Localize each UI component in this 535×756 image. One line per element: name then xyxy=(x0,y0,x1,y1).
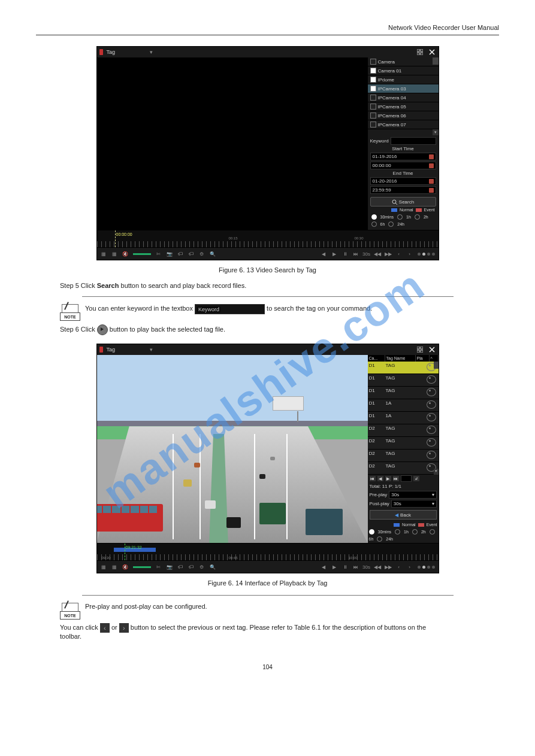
zoom-radio[interactable] xyxy=(430,529,435,535)
mode-chevron-icon[interactable]: ▾ xyxy=(150,347,153,353)
page-next-icon: ▶ xyxy=(385,476,391,481)
mute-icon: 🔇 xyxy=(122,251,128,257)
calendar-icon[interactable] xyxy=(429,154,434,159)
playback-controls[interactable]: ▦▦ 🔇 ✄📷🏷 🏷⚙🔍 ◀▶⏸ ⏭30s◀◀▶▶ ‹› xyxy=(97,561,439,573)
zoom-radio[interactable] xyxy=(415,214,420,220)
page-first-icon: ⏮ xyxy=(370,476,376,481)
mode-label: Tag xyxy=(107,49,116,55)
table-header: Ca... Tag Name Pla ^ xyxy=(368,355,439,362)
start-date-input[interactable]: 01-19-2016 xyxy=(370,153,436,160)
zoom-radio[interactable] xyxy=(369,529,374,535)
nvr-window-playback: Tag ▾ xyxy=(96,344,439,573)
zoom-radio[interactable] xyxy=(395,529,400,535)
svg-rect-3 xyxy=(421,53,423,55)
preplay-label: Pre-play xyxy=(370,492,388,497)
keyword-input[interactable] xyxy=(391,137,436,145)
scrollbar-thumb[interactable] xyxy=(433,57,439,65)
end-date-input[interactable]: 01-20-2016 xyxy=(370,177,436,185)
page-last-icon: ⏭ xyxy=(393,476,399,481)
svg-rect-1 xyxy=(421,49,423,51)
svg-rect-0 xyxy=(417,49,419,51)
zoom-radio[interactable] xyxy=(388,221,394,227)
keyword-chip: Keyword xyxy=(195,304,265,314)
zoom-radio[interactable] xyxy=(377,536,382,542)
preplay-select[interactable]: 30s▾ xyxy=(389,491,436,499)
playback-controls[interactable]: ▦ ▦ 🔇 ✄📷🏷 🏷⚙🔍 ◀▶⏸ ⏭30s◀◀▶▶ ‹› xyxy=(97,248,439,260)
postplay-label: Post-play xyxy=(370,501,389,506)
zoom-radio[interactable] xyxy=(371,214,377,220)
divider xyxy=(82,595,454,596)
event-swatch-icon xyxy=(416,208,422,212)
page-number: 104 xyxy=(36,664,499,670)
calendar-icon[interactable] xyxy=(429,179,434,184)
step-text: Step 6 Click button to play back the sel… xyxy=(60,324,431,335)
figure-caption: Figure 6. 14 Interface of Playback by Ta… xyxy=(36,579,499,587)
starttime-label: Start Time xyxy=(370,146,436,151)
fullscreen-icon[interactable] xyxy=(416,345,424,354)
clock-icon[interactable] xyxy=(429,188,434,193)
svg-rect-8 xyxy=(417,347,419,349)
zoom-radio[interactable] xyxy=(397,214,403,220)
layout1-icon: ▦ xyxy=(101,251,107,257)
mode-chevron-icon[interactable]: ▾ xyxy=(150,49,153,55)
note-icon: NOTE xyxy=(60,603,79,620)
step-text: You can click ‹ or › button to select th… xyxy=(60,623,431,640)
svg-line-7 xyxy=(395,203,397,205)
next-tag-icon: › xyxy=(119,623,129,633)
divider xyxy=(82,296,454,297)
video-viewport xyxy=(97,57,368,230)
keyword-label: Keyword xyxy=(370,138,389,144)
scroll-down-icon[interactable]: ▾ xyxy=(434,469,439,475)
zoom-radio[interactable] xyxy=(412,529,418,535)
layout4-icon: ▦ xyxy=(111,251,117,257)
scroll-down-icon[interactable]: ▾ xyxy=(433,129,439,135)
timeline[interactable]: 09:21:32 09:30 09:45 10:00 xyxy=(97,543,439,561)
prev-tag-icon: ‹ xyxy=(100,623,110,633)
end-time-input[interactable]: 23:59:59 xyxy=(370,186,436,194)
timeline[interactable]: 00:00:00 00:15 00:30 xyxy=(97,230,439,248)
nvr-window-search: Tag ▾ Camera Camera 01 IPdome I xyxy=(96,46,439,260)
total-label: Total: 11 P: 1/1 xyxy=(368,482,439,490)
note-text: You can enter keyword in the textbox Key… xyxy=(85,304,372,314)
back-button[interactable]: ◀Back xyxy=(370,510,437,520)
zoom-radio[interactable] xyxy=(371,221,377,227)
scrollbar-thumb[interactable] xyxy=(434,362,439,369)
pager[interactable]: ⏮ ◀ ▶ ⏭ ↲ xyxy=(368,475,439,482)
close-icon[interactable] xyxy=(428,345,436,354)
page-prev-icon: ◀ xyxy=(377,476,383,481)
doc-header: Network Video Recorder User Manual xyxy=(36,24,499,35)
camera-list[interactable]: Camera Camera 01 IPdome IPCamera 03 IPCa… xyxy=(368,57,439,135)
note-text: Pre-play and post-play can be configured… xyxy=(85,603,207,610)
normal-swatch-icon xyxy=(394,523,400,527)
record-indicator-icon xyxy=(99,49,103,55)
record-indicator-icon xyxy=(99,347,103,353)
camera-header: Camera xyxy=(378,59,395,65)
event-swatch-icon xyxy=(418,523,424,527)
video-viewport xyxy=(97,355,368,543)
close-icon[interactable] xyxy=(428,48,436,56)
search-button[interactable]: Search xyxy=(370,197,436,207)
checkbox-icon[interactable] xyxy=(370,59,376,65)
tag-table[interactable]: D1TAG D1TAG D1TAG D11A D11A D2TAG D2TAG … xyxy=(368,362,439,475)
figure-caption: Figure 6. 13 Video Search by Tag xyxy=(36,266,499,274)
step-text: Step 5 Click Search button to search and… xyxy=(60,282,431,289)
svg-rect-2 xyxy=(417,53,419,55)
fullscreen-icon[interactable] xyxy=(416,48,424,56)
note-icon: NOTE xyxy=(60,304,79,321)
play-icon xyxy=(97,324,108,335)
mode-label: Tag xyxy=(107,347,116,353)
endtime-label: End Time xyxy=(370,171,436,176)
clock-icon[interactable] xyxy=(429,163,434,168)
svg-rect-10 xyxy=(417,350,419,353)
page-go-icon: ↲ xyxy=(413,476,419,481)
postplay-select[interactable]: 30s▾ xyxy=(391,500,437,508)
svg-rect-9 xyxy=(421,347,423,349)
svg-rect-11 xyxy=(421,350,423,353)
start-time-input[interactable]: 00:00:00 xyxy=(370,162,436,169)
vol-slider[interactable] xyxy=(133,253,151,255)
normal-swatch-icon xyxy=(391,208,397,212)
